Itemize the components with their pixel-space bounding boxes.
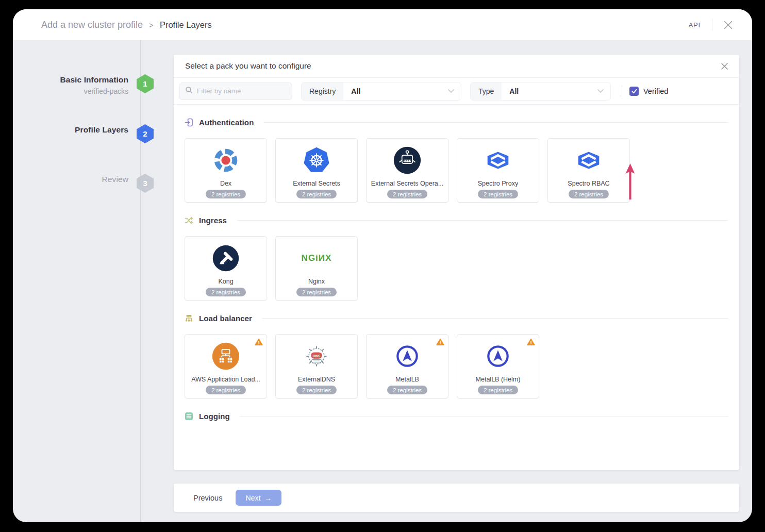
arrow-right-icon: → — [264, 494, 272, 502]
load-balancer-icon — [185, 314, 193, 323]
panel-title: Select a pack you want to configure — [185, 61, 311, 71]
registries-badge: 2 registries — [478, 386, 518, 394]
step-label: Profile Layers — [75, 125, 128, 135]
step-number-badge: 3 — [137, 174, 154, 193]
breadcrumb-current: Profile Layers — [160, 20, 212, 30]
topbar: Add a new cluster profile > Profile Laye… — [13, 9, 752, 40]
registries-badge: 2 registries — [387, 386, 427, 394]
list-icon — [185, 412, 193, 421]
external-secrets-logo — [302, 145, 331, 175]
checkbox-checked-icon[interactable] — [629, 87, 639, 96]
dex-logo — [211, 145, 241, 175]
search-input[interactable] — [197, 87, 287, 95]
previous-button[interactable]: Previous — [193, 494, 222, 502]
section-rule — [240, 416, 728, 417]
chevron-down-icon — [597, 89, 610, 93]
stepper-connector-line — [140, 40, 141, 522]
nginx-logo: NGiИX — [302, 243, 332, 273]
registries-badge: 2 registries — [296, 190, 337, 198]
pack-card-dex[interactable]: Dex 2 registries — [185, 138, 267, 203]
step-sublabel: verified-packs — [60, 87, 128, 95]
registries-badge: 2 registries — [387, 190, 427, 198]
verified-checkbox[interactable]: Verified — [629, 87, 668, 96]
topbar-divider — [712, 19, 712, 30]
section-authentication: Authentication — [185, 118, 728, 127]
login-icon — [185, 118, 193, 127]
kong-logo — [211, 243, 240, 273]
section-ingress: Ingress — [185, 216, 728, 225]
section-logging: Logging — [185, 412, 728, 421]
step-number-badge: 2 — [137, 124, 154, 143]
stepper: Basic Information verified-packs 1 Profi… — [13, 40, 174, 522]
registries-badge: 2 registries — [569, 190, 609, 198]
svg-text:DNS: DNS — [313, 354, 321, 358]
pack-sections: Authentication Dex 2 registries — [174, 118, 739, 421]
section-rule — [262, 318, 728, 319]
filter-divider — [622, 86, 622, 97]
section-rule — [263, 122, 728, 123]
step-profile-layers[interactable]: Profile Layers 2 — [75, 124, 154, 143]
registry-label: Registry — [302, 82, 343, 100]
registries-badge: 2 registries — [206, 190, 246, 198]
topbar-actions: API — [689, 19, 733, 30]
annotation-arrow-icon — [625, 163, 636, 203]
search-box[interactable] — [179, 82, 292, 100]
warning-icon — [436, 338, 444, 348]
breadcrumb-separator: > — [149, 21, 154, 29]
app-window: Add a new cluster profile > Profile Laye… — [13, 9, 752, 522]
section-load-balancer: Load balancer — [185, 314, 728, 323]
next-button[interactable]: Next → — [236, 490, 281, 506]
step-review[interactable]: Review 3 — [102, 174, 154, 193]
external-secrets-operator-logo — [393, 145, 422, 175]
warning-icon — [255, 338, 263, 348]
pack-card-aws-application-load-balancer[interactable]: AWS Application Load... 2 registries — [185, 334, 267, 398]
shuffle-icon — [185, 216, 193, 225]
registries-badge: 2 registries — [296, 386, 337, 394]
spectro-logo — [574, 145, 604, 175]
ingress-cards: Kong 2 registries NGiИX Nginx 2 registri… — [185, 236, 728, 301]
type-value: All — [502, 87, 597, 95]
type-select[interactable]: Type All — [470, 82, 611, 101]
pack-card-nginx[interactable]: NGiИX Nginx 2 registries — [275, 236, 358, 301]
pack-card-spectro-rbac[interactable]: Spectro RBAC 2 registries — [547, 138, 630, 203]
registries-badge: 2 registries — [206, 386, 246, 394]
externaldns-logo: DNS — [302, 341, 331, 371]
breadcrumb-parent[interactable]: Add a new cluster profile — [41, 20, 143, 30]
step-number-badge: 1 — [137, 74, 154, 93]
registry-value: All — [343, 87, 448, 95]
pack-card-kong[interactable]: Kong 2 registries — [185, 236, 267, 301]
load-balancer-cards: AWS Application Load... 2 registries DNS… — [185, 334, 728, 398]
registry-select[interactable]: Registry All — [301, 82, 461, 101]
step-basic-information[interactable]: Basic Information verified-packs 1 — [60, 74, 154, 95]
chevron-down-icon — [448, 89, 461, 93]
close-window-icon[interactable] — [724, 21, 733, 29]
pack-card-externaldns[interactable]: DNS ExternalDNS 2 registries — [275, 334, 358, 398]
content-area: Basic Information verified-packs 1 Profi… — [13, 40, 752, 522]
pack-card-spectro-proxy[interactable]: Spectro Proxy 2 registries — [457, 138, 539, 203]
metallb-logo — [484, 341, 512, 371]
section-rule — [237, 220, 728, 221]
aws-alb-logo — [211, 341, 240, 371]
search-icon — [185, 86, 193, 96]
pack-card-external-secrets[interactable]: External Secrets 2 registries — [275, 138, 358, 203]
registries-badge: 2 registries — [296, 288, 337, 296]
footer-actions: Previous Next → — [174, 484, 739, 512]
breadcrumb: Add a new cluster profile > Profile Laye… — [41, 20, 212, 30]
close-panel-icon[interactable] — [721, 63, 728, 70]
step-label: Review — [102, 175, 128, 184]
spectro-logo — [483, 145, 513, 175]
pack-selection-panel: Select a pack you want to configure Regi… — [174, 55, 739, 470]
warning-icon — [527, 338, 535, 348]
step-label: Basic Information — [60, 75, 128, 85]
type-label: Type — [471, 82, 502, 100]
filter-row: Registry All Type All — [174, 78, 739, 105]
verified-label: Verified — [643, 87, 668, 95]
registries-badge: 2 registries — [478, 190, 518, 198]
metallb-logo — [393, 341, 422, 371]
registries-badge: 2 registries — [206, 288, 246, 296]
pack-card-metallb-helm[interactable]: MetalLB (Helm) 2 registries — [457, 334, 539, 398]
api-button[interactable]: API — [689, 21, 701, 29]
pack-card-metallb[interactable]: MetalLB 2 registries — [366, 334, 448, 398]
pack-card-external-secrets-operator[interactable]: External Secrets Opera... 2 registries — [366, 138, 448, 203]
authentication-cards: Dex 2 registries External Secrets 2 regi… — [185, 138, 728, 203]
